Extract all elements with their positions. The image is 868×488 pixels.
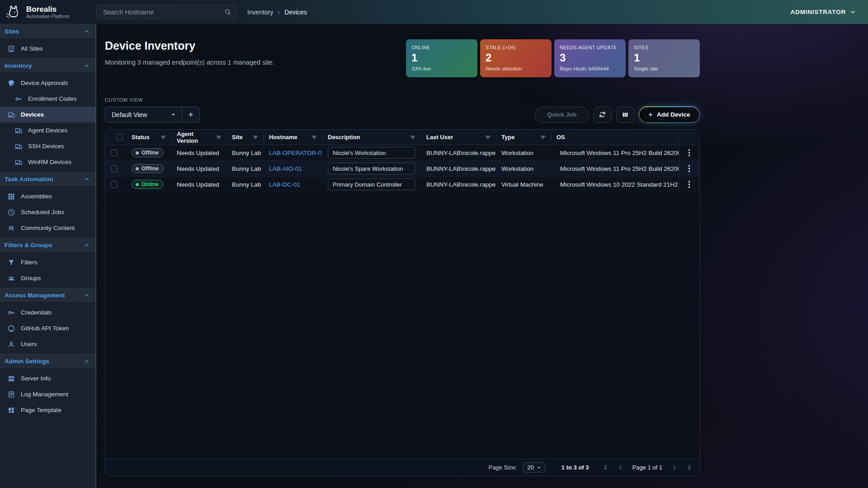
description-input[interactable] xyxy=(328,163,415,174)
hostname-link[interactable]: LAB-OPERATOR-01 xyxy=(269,150,322,156)
sidebar-section-access-management[interactable]: Access Management xyxy=(0,288,95,303)
breadcrumb-inventory[interactable]: Inventory xyxy=(247,9,274,16)
sidebar-section-sites[interactable]: Sites xyxy=(0,24,95,39)
columns-button[interactable] xyxy=(616,107,634,123)
section-label: Filters & Groups xyxy=(5,242,52,249)
stat-label: STALE (>1H) xyxy=(486,45,546,50)
chevron-down-icon xyxy=(170,112,176,117)
sidebar-item-log-management[interactable]: Log Management xyxy=(0,386,95,402)
topbar: Borealis Automation Platform Inventory ›… xyxy=(0,0,868,24)
breadcrumb-devices[interactable]: Devices xyxy=(284,9,307,16)
next-page-button[interactable] xyxy=(670,464,678,471)
section-label: Access Management xyxy=(5,292,65,299)
filter-icon[interactable] xyxy=(311,134,318,141)
refresh-button[interactable] xyxy=(594,107,612,123)
sidebar-item-server-info[interactable]: Server Info xyxy=(0,371,95,386)
chevron-up-icon xyxy=(84,176,90,183)
sidebar-item-devices[interactable]: Devices xyxy=(0,107,95,122)
add-device-button[interactable]: + Add Device xyxy=(639,106,700,123)
filter-icon[interactable] xyxy=(409,134,416,141)
filter-icon[interactable] xyxy=(484,134,491,141)
stat-card-online: ONLINE 1 33% live xyxy=(406,39,477,77)
sidebar-item-page-template[interactable]: Page Template xyxy=(0,402,95,418)
sidebar-item-label: Groups xyxy=(21,275,41,282)
sidebar-item-scheduled-jobs[interactable]: Scheduled Jobs xyxy=(0,204,95,220)
chevron-down-icon xyxy=(537,465,541,470)
status-dot-icon xyxy=(136,151,139,155)
sidebar-section-admin-settings[interactable]: Admin Settings xyxy=(0,354,95,369)
account-menu[interactable]: ADMINISTRATOR xyxy=(791,9,856,15)
sidebar-item-label: Community Content xyxy=(21,225,75,231)
refresh-icon xyxy=(598,110,607,119)
previous-page-button[interactable] xyxy=(617,464,624,471)
column-header-description: Description xyxy=(322,130,421,145)
hostname-link[interactable]: LAB-AIO-01 xyxy=(269,165,302,172)
sidebar-item-github-api-token[interactable]: GitHub API Token xyxy=(0,320,95,336)
sidebar-item-agent-devices[interactable]: Agent Devices xyxy=(0,122,95,138)
view-selector[interactable]: Default View xyxy=(105,107,182,122)
column-label: Agent Version xyxy=(177,131,215,144)
add-view-button[interactable]: + xyxy=(182,107,199,122)
sidebar-item-label: Page Template xyxy=(21,407,61,413)
select-all-checkbox[interactable] xyxy=(116,134,123,141)
filter-icon[interactable] xyxy=(160,134,167,141)
filter-icon[interactable] xyxy=(539,134,547,141)
sidebar-item-label: Assemblies xyxy=(21,193,52,200)
row-checkbox[interactable] xyxy=(111,150,118,156)
row-actions-menu[interactable] xyxy=(685,163,694,174)
sidebar-item-assemblies[interactable]: Assemblies xyxy=(0,188,95,204)
view-selector-value: Default View xyxy=(112,111,147,118)
sidebar-section-task-automation[interactable]: Task Automation xyxy=(0,172,95,187)
sidebar-item-users[interactable]: Users xyxy=(0,336,95,352)
sidebar-item-community-content[interactable]: Community Content xyxy=(0,220,95,236)
hostname-link[interactable]: LAB-DC-01 xyxy=(269,181,300,188)
sidebar-section-filters-groups[interactable]: Filters & Groups xyxy=(0,238,95,253)
agent-version-cell: Needs Updated xyxy=(171,181,226,188)
column-header-hostname: Hostname xyxy=(264,130,322,145)
sidebar-item-device-approvals[interactable]: Device Approvals xyxy=(0,75,95,91)
row-checkbox[interactable] xyxy=(111,181,118,188)
add-device-label: Add Device xyxy=(657,111,690,118)
sidebar-item-filters[interactable]: Filters xyxy=(0,254,95,270)
pagination-range: 1 to 3 of 3 xyxy=(561,464,589,471)
view-selector-group: Default View + xyxy=(105,107,200,122)
row-actions-menu[interactable] xyxy=(685,147,694,158)
filter-icon xyxy=(7,258,15,267)
devices-icon xyxy=(14,127,23,135)
sidebar-item-ssh-devices[interactable]: SSH Devices xyxy=(0,138,95,154)
sidebar-item-enrollment-codes[interactable]: Enrollment Codes xyxy=(0,91,95,107)
sidebar-item-label: Scheduled Jobs xyxy=(21,209,64,216)
sidebar-item-all-sites[interactable]: All Sites xyxy=(0,41,95,56)
page-size-select[interactable]: 20 xyxy=(523,462,545,473)
last-page-button[interactable] xyxy=(684,464,692,471)
table-footer: Page Size: 20 1 to 3 of 3 Page 1 of 1 xyxy=(105,459,699,476)
table-row: Offline Needs Updated Bunny Lab LAB-OPER… xyxy=(105,145,699,161)
os-cell: Microsoft Windows 11 Pro 25H2 Build 2620… xyxy=(560,165,679,172)
description-input[interactable] xyxy=(328,147,415,159)
sidebar-item-credentials[interactable]: Credentials xyxy=(0,305,95,320)
sidebar-item-groups[interactable]: Groups xyxy=(0,270,95,286)
quick-job-button[interactable]: Quick Job xyxy=(535,107,589,123)
filter-icon[interactable] xyxy=(215,134,222,141)
site-cell: Bunny Lab xyxy=(226,165,264,172)
search-input[interactable] xyxy=(102,8,224,16)
sidebar-section-inventory[interactable]: Inventory xyxy=(0,58,95,73)
clock-icon xyxy=(7,208,15,216)
filter-icon[interactable] xyxy=(252,134,259,141)
sidebar-item-label: Agent Devices xyxy=(28,127,67,134)
column-label: Status xyxy=(132,134,150,141)
status-badge: Offline xyxy=(132,148,164,157)
device-table: Status Agent Version Site Hostname xyxy=(105,129,700,476)
devices-icon xyxy=(14,158,23,166)
sidebar-item-winrm-devices[interactable]: WinRM Devices xyxy=(0,154,95,170)
stat-value: 3 xyxy=(560,52,620,64)
column-label: Last User xyxy=(426,134,453,141)
row-checkbox[interactable] xyxy=(111,165,118,172)
first-page-button[interactable] xyxy=(603,464,610,471)
row-actions-menu[interactable] xyxy=(685,179,694,190)
server-icon xyxy=(7,375,15,383)
type-cell: Virtual Machine xyxy=(496,181,551,188)
table-empty-area xyxy=(105,192,699,459)
description-input[interactable] xyxy=(328,178,415,190)
columns-icon xyxy=(621,111,629,119)
